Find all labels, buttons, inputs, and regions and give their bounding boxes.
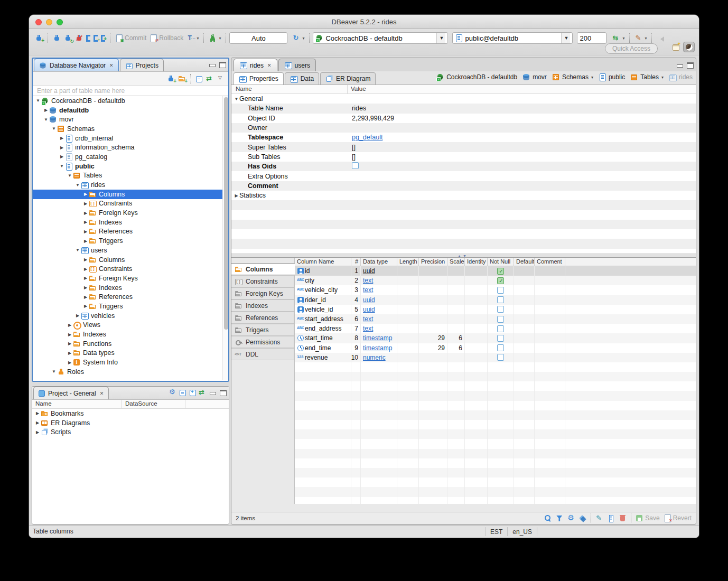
tree-item-rides[interactable]: ▼rides bbox=[33, 180, 228, 190]
grid-tab-ddl[interactable]: DDL bbox=[231, 348, 294, 360]
grid-tab-constraints[interactable]: Constraints bbox=[231, 275, 294, 287]
new-folder-icon[interactable]: + bbox=[178, 75, 186, 82]
tree-item-functions[interactable]: ▶Functions bbox=[33, 339, 228, 349]
quick-access-button[interactable]: Quick Access bbox=[605, 43, 658, 54]
tree-item-references[interactable]: ▶References bbox=[33, 292, 228, 302]
grid-column-header-scale[interactable]: Scale bbox=[447, 258, 465, 266]
tree-item-foreign-keys[interactable]: ▶Foreign Keys bbox=[33, 274, 228, 283]
compile-button[interactable]: ▾ bbox=[633, 33, 648, 43]
grid-column-header-default[interactable]: Default bbox=[514, 258, 535, 266]
subtab-properties[interactable]: Properties bbox=[234, 72, 284, 85]
column-row-city[interactable]: city2text bbox=[295, 276, 696, 285]
grid-column-header-identity[interactable]: Identity bbox=[465, 258, 488, 266]
data-type-link[interactable]: text bbox=[363, 325, 373, 332]
tree-item-triggers[interactable]: ▶Triggers bbox=[33, 236, 228, 246]
maximize-editor-icon[interactable] bbox=[686, 61, 694, 69]
link-with-editor-icon[interactable] bbox=[206, 75, 214, 82]
not-null-checkbox[interactable] bbox=[497, 354, 504, 361]
tree-item-vehicles[interactable]: ▶vehicles bbox=[33, 311, 228, 321]
expand-all-icon[interactable] bbox=[189, 389, 197, 396]
tree-item-indexes[interactable]: ▶Indexes bbox=[33, 283, 228, 293]
column-row-start_time[interactable]: start_time8timestamp296 bbox=[295, 333, 696, 343]
minimize-editor-icon[interactable] bbox=[676, 61, 684, 69]
project-settings-icon[interactable] bbox=[169, 389, 176, 396]
editor-tab-users[interactable]: users bbox=[278, 59, 316, 71]
schema-combo-arrow[interactable]: ▼ bbox=[561, 33, 571, 43]
new-sql-button[interactable]: + bbox=[99, 34, 107, 43]
data-type-link[interactable]: text bbox=[363, 277, 373, 284]
maximize-panel-icon[interactable] bbox=[219, 389, 227, 396]
grid-column-header-data-type[interactable]: Data type bbox=[361, 258, 397, 266]
grid-tab-triggers[interactable]: Triggers bbox=[231, 324, 294, 336]
subtab-er-diagram[interactable]: ER Diagram bbox=[320, 72, 376, 85]
breadcrumb-tables[interactable]: Tables▾ bbox=[630, 73, 664, 81]
filter-icon[interactable] bbox=[555, 514, 563, 522]
tree-item-pg-catalog[interactable]: ▶pg_catalog bbox=[33, 152, 228, 162]
minimize-panel-icon[interactable] bbox=[209, 389, 217, 396]
tab-projects[interactable]: Projects bbox=[120, 59, 164, 71]
grid-tab-foreign-keys[interactable]: Foreign Keys bbox=[231, 287, 294, 299]
sql-generator-button[interactable]: ▾ bbox=[611, 33, 626, 43]
tree-item-data-types[interactable]: ▶Data types bbox=[33, 349, 228, 358]
tree-item-constraints[interactable]: ▶Constraints bbox=[33, 264, 228, 274]
minimize-panel-icon[interactable] bbox=[208, 61, 216, 68]
tree-item-constraints[interactable]: ▶Constraints bbox=[33, 199, 228, 209]
not-null-checkbox[interactable] bbox=[497, 344, 504, 351]
grid-column-header--[interactable]: # bbox=[351, 258, 361, 266]
columns-config-icon[interactable] bbox=[607, 514, 615, 522]
link-with-editor-icon[interactable] bbox=[199, 389, 207, 396]
not-null-checkbox[interactable] bbox=[497, 296, 504, 303]
data-type-link[interactable]: numeric bbox=[363, 354, 386, 361]
connect-button[interactable] bbox=[51, 33, 62, 43]
property-row-extra-options[interactable]: Extra Options bbox=[231, 171, 696, 181]
data-type-link[interactable]: text bbox=[363, 315, 373, 323]
revert-button[interactable]: Revert bbox=[664, 514, 692, 522]
tree-item-columns[interactable]: ▶Columns bbox=[33, 255, 228, 265]
tree-item-movr[interactable]: ▼movr bbox=[33, 115, 228, 124]
property-row-object-id[interactable]: Object ID2,293,998,429 bbox=[231, 114, 696, 123]
property-row-table-name[interactable]: Table Namerides bbox=[231, 104, 696, 113]
property-row-super-tables[interactable]: Super Tables[] bbox=[231, 142, 696, 152]
not-null-checkbox[interactable] bbox=[497, 306, 504, 313]
connection-combo-arrow[interactable]: ▼ bbox=[436, 33, 446, 43]
data-type-link[interactable]: timestamp bbox=[363, 334, 392, 342]
settings-icon[interactable] bbox=[567, 514, 575, 522]
has-oids-checkbox[interactable] bbox=[352, 162, 359, 169]
breadcrumb-schemas[interactable]: Schemas▾ bbox=[552, 73, 593, 81]
tree-item-cockroachdb-defaultdb[interactable]: ▼CockroachDB - defaultdb bbox=[33, 96, 228, 106]
tab-project-general[interactable]: Project - General ✕ bbox=[33, 387, 109, 399]
tree-item-crdb-internal[interactable]: ▶crdb_internal bbox=[33, 134, 228, 143]
property-row-has-oids[interactable]: Has Oids bbox=[231, 162, 696, 171]
collapse-all-icon[interactable] bbox=[195, 75, 203, 82]
tree-item-triggers[interactable]: ▶Triggers bbox=[33, 302, 228, 311]
data-type-link[interactable]: uuid bbox=[363, 267, 375, 275]
close-navigator-tab-icon[interactable]: ✕ bbox=[109, 63, 114, 68]
editor-tab-rides[interactable]: rides✕ bbox=[234, 59, 277, 71]
navigator-scrollbar[interactable] bbox=[222, 96, 228, 380]
connection-combo[interactable]: CockroachDB - defaultdb ▼ bbox=[313, 32, 448, 44]
breadcrumb-movr[interactable]: movr bbox=[522, 73, 547, 81]
tree-item-schemas[interactable]: ▼Schemas bbox=[33, 124, 228, 134]
transaction-log-button[interactable]: ▾ bbox=[291, 33, 306, 43]
data-type-link[interactable]: uuid bbox=[363, 306, 375, 313]
grid-column-header-precision[interactable]: Precision bbox=[419, 258, 447, 266]
debug-button[interactable]: ▾ bbox=[207, 33, 222, 43]
tree-item-system-info[interactable]: ▶System Info bbox=[33, 358, 228, 367]
edit-icon[interactable] bbox=[595, 514, 603, 522]
properties-grid-splitter[interactable]: ▲▼ bbox=[231, 254, 696, 258]
breadcrumb-cockroachdb-defaultdb[interactable]: CockroachDB - defaultdb bbox=[436, 73, 517, 81]
navigate-back-button[interactable] bbox=[655, 33, 666, 43]
tree-item-information-schema[interactable]: ▶information_schema bbox=[33, 143, 228, 152]
breadcrumb-public[interactable]: public bbox=[599, 73, 625, 81]
not-null-checkbox[interactable] bbox=[497, 277, 504, 284]
not-null-checkbox[interactable] bbox=[497, 325, 504, 332]
fetch-size-input[interactable] bbox=[577, 32, 606, 44]
property-row-general[interactable]: ▼General bbox=[231, 94, 696, 104]
disconnect-button[interactable] bbox=[73, 33, 85, 43]
tree-item-indexes[interactable]: ▶Indexes bbox=[33, 218, 228, 227]
property-row-tablespace[interactable]: Tablespacepg_default bbox=[231, 133, 696, 142]
property-row-comment[interactable]: Comment bbox=[231, 181, 696, 191]
column-row-revenue[interactable]: revenue10numeric bbox=[295, 353, 696, 362]
not-null-checkbox[interactable] bbox=[497, 287, 504, 294]
close-tab-icon[interactable]: ✕ bbox=[267, 63, 272, 68]
